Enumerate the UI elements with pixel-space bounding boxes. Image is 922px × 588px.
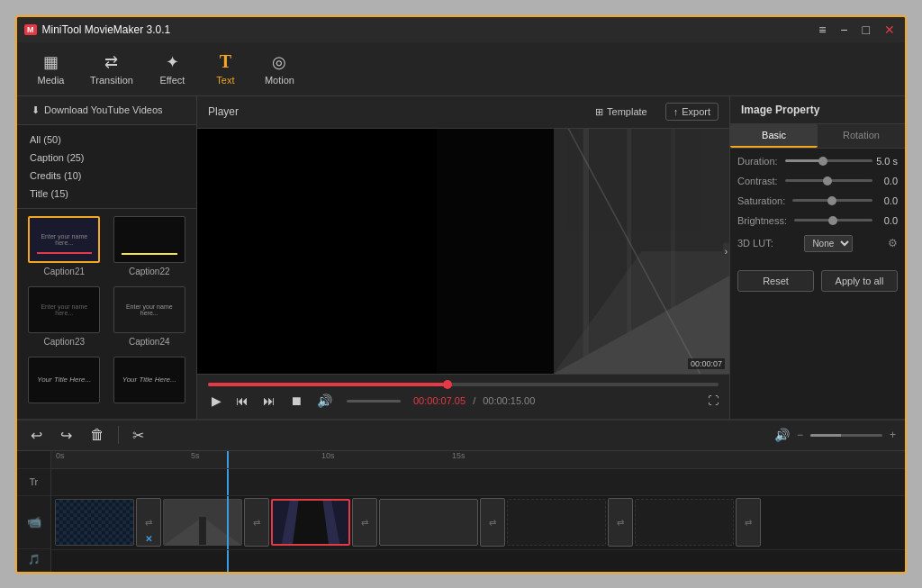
transition-clip-4[interactable]: ⇄: [480, 498, 505, 547]
list-item[interactable]: Enter your name here... Caption21: [24, 216, 104, 281]
main-content: ⬇ Download YouTube Videos All (50) Capti…: [17, 96, 905, 419]
text-track-icon: Tr: [17, 469, 50, 496]
bottom-timeline: ↩ ↪ 🗑 ✂ 🔊 − + Tr: [17, 419, 905, 572]
close-button[interactable]: ✕: [881, 23, 898, 37]
category-list: All (50) Caption (25) Credits (10) Title…: [17, 125, 196, 209]
minus-icon[interactable]: −: [797, 429, 803, 441]
apply-all-button[interactable]: Apply to all: [821, 270, 898, 292]
transition-clip-5[interactable]: ⇄: [608, 498, 633, 547]
contrast-row: Contrast: 0.0: [737, 176, 898, 186]
delete-button[interactable]: 🗑: [86, 424, 109, 446]
transition-clip-1[interactable]: ⇄ ✕: [136, 498, 161, 547]
transition-icon-4: ⇄: [489, 518, 496, 528]
export-button[interactable]: ↑ Export: [665, 103, 719, 121]
tab-rotation[interactable]: Rotation: [818, 124, 905, 148]
caption-thumb-25: Your Title Here...: [28, 357, 100, 403]
fullscreen-button[interactable]: ⛶: [708, 394, 719, 407]
toolbar-text[interactable]: T Text: [201, 46, 250, 91]
left-panel: ⬇ Download YouTube Videos All (50) Capti…: [17, 96, 197, 419]
transition-clip-3[interactable]: ⇄: [352, 498, 377, 547]
thumbnails-grid: Enter your name here... Caption21 Captio…: [17, 209, 196, 419]
category-all[interactable]: All (50): [17, 131, 196, 149]
next-frame-button[interactable]: ⏭: [259, 392, 279, 410]
video-track[interactable]: ⇄ ✕ ⇄: [51, 496, 905, 549]
tab-basic[interactable]: Basic: [730, 124, 818, 148]
plus-icon[interactable]: +: [890, 429, 896, 441]
property-buttons: Reset Apply to all: [730, 263, 905, 299]
zoom-slider[interactable]: [810, 434, 882, 437]
player-title: Player: [208, 105, 239, 118]
play-button[interactable]: ▶: [208, 392, 225, 410]
saturation-slider[interactable]: [792, 199, 872, 202]
minimize-button[interactable]: −: [837, 23, 850, 37]
player-header: Player ⊞ Template ↑ Export: [197, 96, 729, 129]
threed-lut-settings-icon[interactable]: ⚙: [888, 237, 898, 249]
stop-button[interactable]: ⏹: [286, 392, 306, 410]
download-icon: ⬇: [32, 104, 40, 116]
brightness-slider[interactable]: [794, 219, 872, 222]
duration-slider[interactable]: [785, 159, 872, 162]
menu-button[interactable]: ≡: [816, 23, 828, 37]
volume-slider[interactable]: [347, 400, 401, 403]
volume-button[interactable]: 🔊: [313, 392, 336, 410]
saturation-label: Saturation:: [737, 195, 785, 206]
template-icon: ⊞: [595, 106, 603, 118]
list-item[interactable]: Enter your name here... Caption24: [110, 286, 190, 351]
reset-button[interactable]: Reset: [737, 270, 814, 292]
toolbar-media[interactable]: ▦ Media: [26, 47, 76, 91]
threed-lut-select[interactable]: None: [804, 235, 853, 252]
undo-button[interactable]: ↩: [26, 424, 47, 447]
toolbar-transition[interactable]: ⇄ Transition: [79, 47, 144, 91]
time-ruler: 0s 5s 10s 15s: [51, 451, 905, 469]
table-row[interactable]: [379, 499, 478, 546]
current-time: 00:00:07.05: [413, 395, 466, 406]
maximize-button[interactable]: □: [860, 23, 872, 37]
tabs-row: Basic Rotation: [730, 124, 905, 149]
template-button[interactable]: ⊞ Template: [588, 104, 655, 121]
table-row[interactable]: [163, 499, 242, 546]
timeline-tracks: 0s 5s 10s 15s: [51, 451, 905, 572]
svg-rect-15: [199, 517, 206, 545]
toolbar-motion[interactable]: ◎ Motion: [254, 47, 305, 91]
list-item[interactable]: Enter your name here... Caption23: [24, 286, 104, 351]
redo-button[interactable]: ↪: [56, 424, 77, 447]
motion-label: Motion: [265, 75, 294, 86]
time-separator: /: [473, 395, 475, 406]
contrast-slider[interactable]: [785, 179, 872, 182]
list-item[interactable]: Your Title Here...: [24, 357, 104, 412]
table-row[interactable]: [55, 499, 134, 546]
category-title[interactable]: Title (15): [17, 185, 196, 203]
contrast-slider-container: [785, 179, 872, 182]
cut-button[interactable]: ✂: [128, 424, 149, 447]
table-row[interactable]: [271, 499, 350, 546]
transition-clip-2[interactable]: ⇄: [244, 498, 269, 547]
contrast-slider-dot: [823, 176, 832, 185]
transition-icon-6: ⇄: [745, 518, 752, 528]
video-track-label: 📹: [17, 496, 50, 549]
app-window: M MiniTool MovieMaker 3.0.1 ≡ − □ ✕ ▦ Me…: [15, 15, 907, 574]
list-item[interactable]: Caption22: [110, 216, 190, 281]
transition-icon-3: ⇄: [361, 518, 368, 528]
progress-dot: [443, 380, 452, 389]
table-row[interactable]: [507, 499, 606, 546]
brightness-slider-container: [794, 219, 872, 222]
threed-lut-row: 3D LUT: None ⚙: [737, 235, 898, 252]
download-youtube-button[interactable]: ⬇ Download YouTube Videos: [26, 102, 187, 119]
transition-clip-6[interactable]: ⇄: [736, 498, 761, 547]
svg-marker-18: [293, 500, 329, 545]
progress-bar[interactable]: [208, 383, 719, 386]
category-caption[interactable]: Caption (25): [17, 149, 196, 167]
transition-icon-5: ⇄: [617, 518, 624, 528]
toolbar-effect[interactable]: ✦ Effect: [148, 47, 197, 91]
panel-collapse-arrow[interactable]: ›: [723, 242, 729, 259]
video-preview-area: 00:00:07 ›: [197, 129, 729, 374]
title-bar: M MiniTool MovieMaker 3.0.1 ≡ − □ ✕: [17, 17, 905, 42]
list-item[interactable]: Your Title Here...: [110, 357, 190, 412]
category-credits[interactable]: Credits (10): [17, 167, 196, 185]
timeline-area: Tr 📹 🎵 0s 5s: [17, 451, 905, 572]
table-row[interactable]: [635, 499, 734, 546]
prev-frame-button[interactable]: ⏮: [232, 392, 252, 410]
duration-value: 5.0 s: [872, 156, 898, 167]
export-label: Export: [682, 106, 710, 117]
right-panel-header: Image Property: [730, 96, 905, 124]
